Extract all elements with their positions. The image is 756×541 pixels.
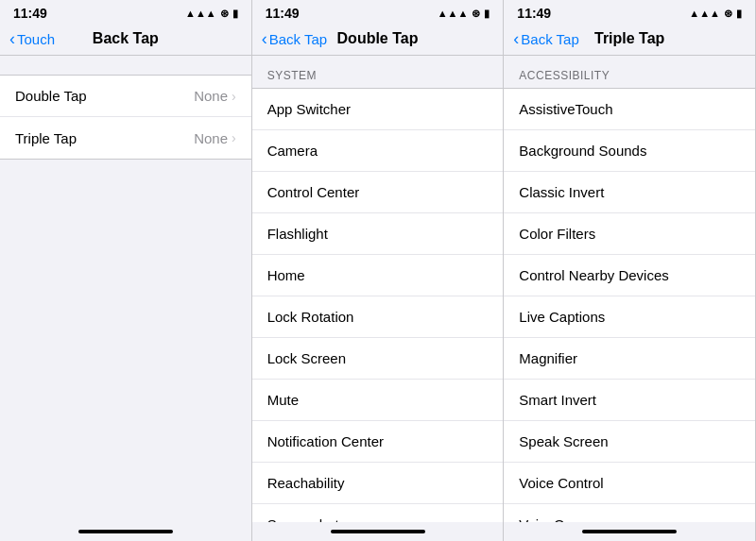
- list-item[interactable]: Double TapNone›: [0, 76, 251, 117]
- nav-bar: ‹ Touch Back Tap: [0, 25, 251, 56]
- list-item-label: AssistiveTouch: [519, 101, 612, 117]
- list-item-label: Voice Control: [519, 475, 603, 491]
- chevron-left-icon: ‹: [9, 30, 15, 47]
- list-item[interactable]: Voice Control: [504, 463, 755, 504]
- list-item-label: Classic Invert: [519, 184, 604, 200]
- list-item-label: Mute: [267, 392, 299, 408]
- list-item-label: Reachability: [267, 475, 345, 491]
- list-item[interactable]: Reachability: [252, 463, 504, 504]
- home-bar: [582, 530, 677, 533]
- list-item-label: Home: [267, 267, 305, 283]
- nav-back-label[interactable]: Touch: [17, 31, 55, 47]
- home-indicator: [0, 522, 251, 541]
- list-item[interactable]: Home: [252, 255, 504, 296]
- list-group-0: App SwitcherCameraControl CenterFlashlig…: [252, 88, 504, 522]
- list-item[interactable]: Lock Screen: [252, 338, 504, 380]
- nav-title: Triple Tap: [594, 30, 664, 47]
- nav-bar: ‹ Back Tap Double Tap: [252, 25, 504, 56]
- list-item[interactable]: Live Captions: [504, 296, 755, 338]
- home-indicator: [504, 522, 755, 541]
- nav-back-label[interactable]: Back Tap: [521, 31, 578, 47]
- signal-icon: ▲▲▲: [185, 8, 216, 19]
- chevron-left-icon: ‹: [262, 30, 267, 47]
- content-area: Double TapNone›Triple TapNone›: [0, 56, 251, 522]
- list-item-label: Control Center: [267, 184, 360, 200]
- list-item[interactable]: Triple TapNone›: [0, 117, 251, 159]
- list-item[interactable]: Flashlight: [252, 213, 504, 255]
- list-item-label: Triple Tap: [15, 130, 77, 146]
- phone-panel-2: 11:49 ▲▲▲ ⊛ ▮ ‹ Back Tap Double Tap SYST…: [252, 0, 505, 541]
- list-item-label: Color Filters: [519, 226, 595, 242]
- home-bar: [78, 530, 173, 533]
- status-bar: 11:49 ▲▲▲ ⊛ ▮: [504, 0, 755, 25]
- battery-icon: ▮: [736, 8, 742, 20]
- nav-back-button[interactable]: ‹ Back Tap: [262, 31, 327, 47]
- list-item[interactable]: Control Nearby Devices: [504, 255, 755, 296]
- status-icons: ▲▲▲ ⊛ ▮: [689, 8, 742, 20]
- list-item-value: None›: [194, 88, 236, 104]
- list-item-label: Smart Invert: [519, 392, 596, 408]
- home-bar: [331, 530, 425, 533]
- list-item[interactable]: Magnifier: [504, 338, 755, 380]
- nav-back-label[interactable]: Back Tap: [269, 31, 327, 47]
- nav-title: Back Tap: [93, 30, 159, 47]
- list-item[interactable]: Speak Screen: [504, 421, 755, 463]
- wifi-icon: ⊛: [472, 8, 480, 20]
- wifi-icon: ⊛: [724, 8, 732, 20]
- content-area: SYSTEMApp SwitcherCameraControl CenterFl…: [252, 56, 504, 522]
- list-item[interactable]: Screenshot: [252, 504, 504, 522]
- list-item-value-text: None: [194, 130, 228, 146]
- list-item[interactable]: Notification Center: [252, 421, 504, 463]
- nav-title: Double Tap: [337, 30, 419, 47]
- phone-panel-3: 11:49 ▲▲▲ ⊛ ▮ ‹ Back Tap Triple Tap ACCE…: [504, 0, 756, 541]
- list-item-label: Live Captions: [519, 309, 605, 325]
- list-item[interactable]: Smart Invert: [504, 380, 755, 421]
- list-item[interactable]: Mute: [252, 380, 504, 421]
- status-bar: 11:49 ▲▲▲ ⊛ ▮: [0, 0, 251, 25]
- nav-bar: ‹ Back Tap Triple Tap: [504, 25, 755, 56]
- list-item[interactable]: Camera: [252, 130, 504, 172]
- list-item[interactable]: Background Sounds: [504, 130, 755, 172]
- list-item-label: Background Sounds: [519, 143, 646, 159]
- status-time: 11:49: [517, 6, 551, 21]
- list-item-label: Double Tap: [15, 88, 87, 104]
- section-header-0: ACCESSIBILITY: [504, 56, 755, 88]
- list-item[interactable]: App Switcher: [252, 89, 504, 130]
- nav-back-button[interactable]: ‹ Touch: [9, 31, 55, 47]
- battery-icon: ▮: [484, 8, 490, 20]
- list-item-value: None›: [194, 130, 236, 146]
- content-area: ACCESSIBILITYAssistiveTouchBackground So…: [504, 56, 755, 522]
- list-item-label: Lock Screen: [267, 350, 346, 366]
- signal-icon: ▲▲▲: [689, 8, 720, 19]
- status-icons: ▲▲▲ ⊛ ▮: [438, 8, 490, 20]
- wifi-icon: ⊛: [220, 8, 229, 20]
- status-bar: 11:49 ▲▲▲ ⊛ ▮: [252, 0, 504, 25]
- phone-panel-1: 11:49 ▲▲▲ ⊛ ▮ ‹ Touch Back Tap Double Ta…: [0, 0, 252, 541]
- section-header-0: SYSTEM: [252, 56, 504, 88]
- list-item-label: Camera: [267, 143, 318, 159]
- list-item-label: Notification Center: [267, 433, 384, 449]
- list-group-0: AssistiveTouchBackground SoundsClassic I…: [504, 88, 755, 522]
- list-item[interactable]: Classic Invert: [504, 172, 755, 213]
- chevron-left-icon: ‹: [513, 30, 519, 47]
- list-group-0: Double TapNone›Triple TapNone›: [0, 75, 251, 160]
- list-item[interactable]: VoiceOver: [504, 504, 755, 522]
- list-item-label: Lock Rotation: [267, 309, 354, 325]
- chevron-right-icon: ›: [232, 89, 236, 104]
- list-item-value-text: None: [194, 88, 228, 104]
- signal-icon: ▲▲▲: [438, 8, 469, 19]
- list-item-label: Speak Screen: [519, 433, 608, 449]
- home-indicator: [252, 522, 504, 541]
- status-time: 11:49: [266, 6, 300, 21]
- list-item[interactable]: Control Center: [252, 172, 504, 213]
- list-item-label: Control Nearby Devices: [519, 267, 668, 283]
- list-item-label: Flashlight: [267, 226, 328, 242]
- list-item-label: App Switcher: [267, 101, 351, 117]
- list-item[interactable]: Lock Rotation: [252, 296, 504, 338]
- list-item[interactable]: AssistiveTouch: [504, 89, 755, 130]
- nav-back-button[interactable]: ‹ Back Tap: [513, 31, 578, 47]
- status-time: 11:49: [13, 6, 47, 21]
- list-item-label: Magnifier: [519, 350, 577, 366]
- chevron-right-icon: ›: [232, 130, 236, 145]
- list-item[interactable]: Color Filters: [504, 213, 755, 255]
